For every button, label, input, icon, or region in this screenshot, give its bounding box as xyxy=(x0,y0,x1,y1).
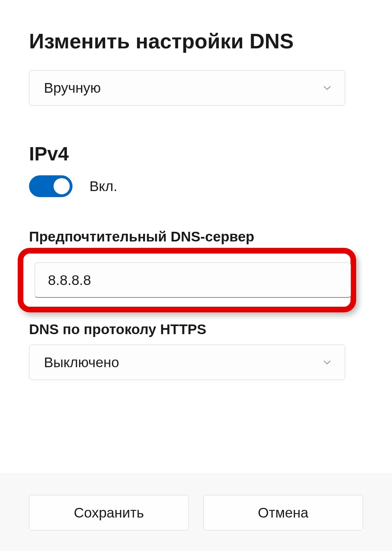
toggle-knob xyxy=(54,178,70,194)
preferred-dns-input[interactable] xyxy=(35,262,351,298)
preferred-dns-label: Предпочтительный DNS-сервер xyxy=(29,229,363,245)
chevron-down-icon xyxy=(322,83,332,93)
dialog-footer: Сохранить Отмена xyxy=(0,474,392,551)
dns-mode-selected: Вручную xyxy=(44,80,101,96)
chevron-down-icon xyxy=(322,358,332,367)
dns-mode-dropdown[interactable]: Вручную xyxy=(29,70,345,106)
dns-https-selected: Выключено xyxy=(44,354,119,370)
page-title: Изменить настройки DNS xyxy=(29,29,363,53)
cancel-button[interactable]: Отмена xyxy=(203,495,363,530)
ipv4-toggle-label: Вкл. xyxy=(89,178,117,194)
ipv4-section-label: IPv4 xyxy=(29,143,363,165)
save-button[interactable]: Сохранить xyxy=(29,495,189,530)
ipv4-toggle[interactable] xyxy=(29,175,73,197)
dns-https-dropdown[interactable]: Выключено xyxy=(29,345,345,380)
dns-https-label: DNS по протоколу HTTPS xyxy=(29,321,363,337)
highlighted-input-frame xyxy=(18,248,356,312)
